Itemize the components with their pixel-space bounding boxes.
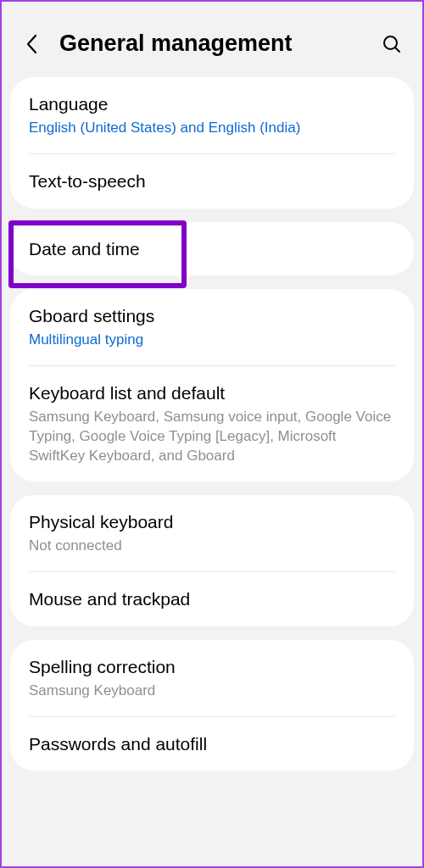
item-title: Spelling correction bbox=[29, 655, 395, 678]
item-title: Physical keyboard bbox=[29, 510, 395, 533]
item-title: Language bbox=[29, 92, 395, 115]
search-icon[interactable] bbox=[380, 32, 404, 56]
settings-item-spelling-correction[interactable]: Spelling correction Samsung Keyboard bbox=[10, 640, 414, 716]
settings-item-mouse-trackpad[interactable]: Mouse and trackpad bbox=[10, 572, 414, 626]
item-subtitle: Samsung Keyboard, Samsung voice input, G… bbox=[29, 408, 395, 466]
header: General management bbox=[10, 14, 414, 77]
settings-item-language[interactable]: Language English (United States) and Eng… bbox=[10, 77, 414, 153]
settings-card: Physical keyboard Not connected Mouse an… bbox=[10, 495, 414, 626]
item-title: Text-to-speech bbox=[29, 170, 395, 192]
item-subtitle: Multilingual typing bbox=[29, 331, 395, 350]
item-title: Gboard settings bbox=[29, 304, 395, 327]
item-title: Keyboard list and default bbox=[29, 381, 395, 404]
item-subtitle: Not connected bbox=[29, 537, 395, 556]
item-title: Date and time bbox=[29, 237, 395, 260]
item-title: Passwords and autofill bbox=[29, 732, 395, 755]
svg-line-1 bbox=[395, 47, 399, 52]
settings-item-gboard-settings[interactable]: Gboard settings Multilingual typing bbox=[10, 289, 414, 365]
settings-card: Spelling correction Samsung Keyboard Pas… bbox=[10, 640, 414, 771]
back-icon[interactable] bbox=[20, 32, 44, 56]
item-subtitle: Samsung Keyboard bbox=[29, 682, 395, 701]
settings-item-keyboard-list[interactable]: Keyboard list and default Samsung Keyboa… bbox=[10, 366, 414, 481]
settings-card: Language English (United States) and Eng… bbox=[10, 77, 414, 209]
settings-card: Gboard settings Multilingual typing Keyb… bbox=[10, 289, 414, 481]
settings-item-date-and-time[interactable]: Date and time bbox=[10, 222, 414, 275]
settings-item-physical-keyboard[interactable]: Physical keyboard Not connected bbox=[10, 495, 414, 571]
settings-item-passwords-autofill[interactable]: Passwords and autofill bbox=[10, 717, 414, 771]
settings-item-text-to-speech[interactable]: Text-to-speech bbox=[10, 154, 414, 208]
item-title: Mouse and trackpad bbox=[29, 587, 395, 610]
page-title: General management bbox=[59, 31, 380, 57]
settings-card: Date and time bbox=[10, 222, 414, 275]
item-subtitle: English (United States) and English (Ind… bbox=[29, 119, 395, 138]
